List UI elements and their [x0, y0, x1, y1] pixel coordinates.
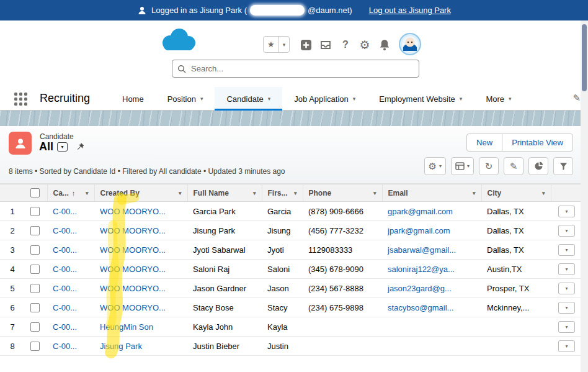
favorites-button[interactable]: ★ ▾ [263, 36, 290, 53]
scrollbar-thumb[interactable] [582, 24, 587, 91]
header-full-name[interactable]: Full Name ▾ [187, 184, 262, 202]
cell-checkbox [25, 317, 47, 337]
cell-candidate-id-link[interactable]: C-00... [53, 265, 77, 274]
help-icon[interactable]: ? [338, 37, 353, 52]
cell-candidate-id-link[interactable]: C-00... [53, 342, 77, 351]
cell-candidate-id-link[interactable]: C-00... [53, 245, 77, 255]
cell-actions: ▾ [551, 221, 581, 240]
row-actions-button[interactable]: ▾ [558, 302, 575, 314]
setup-gear-icon[interactable]: ⚙ [357, 37, 372, 52]
chevron-down-icon[interactable]: ▾ [86, 190, 89, 196]
cell-rownum: 7 [0, 317, 25, 337]
refresh-button[interactable]: ↻ [479, 157, 499, 175]
chevron-down-icon[interactable]: ▾ [542, 190, 545, 196]
chevron-down-icon[interactable]: ▾ [460, 96, 463, 102]
row-checkbox[interactable] [30, 226, 40, 235]
list-settings-button[interactable]: ⚙ ▾ [424, 157, 446, 175]
header-city[interactable]: City ▾ [481, 184, 551, 202]
row-actions-button[interactable]: ▾ [558, 283, 575, 294]
charts-button[interactable] [528, 157, 548, 175]
chevron-down-icon[interactable]: ▾ [253, 190, 256, 196]
row-actions-button[interactable]: ▾ [558, 321, 575, 333]
cell-candidate-id-link[interactable]: C-00... [53, 284, 77, 293]
cell-email-link[interactable]: gpark@gmail.com [388, 207, 453, 216]
chevron-down-icon[interactable]: ▾ [268, 96, 271, 102]
cell-candidate-id-link[interactable]: C-00... [53, 303, 77, 312]
row-checkbox[interactable] [30, 265, 40, 274]
select-all-checkbox[interactable] [30, 188, 40, 197]
cell-candidate-id-link[interactable]: C-00... [53, 322, 77, 332]
tab-position[interactable]: Position ▾ [156, 87, 215, 111]
chevron-down-icon[interactable]: ▾ [353, 96, 356, 102]
table-row: 8C-00...Jisung ParkJustin BieberJustin▾ [0, 337, 581, 356]
cell-email-link[interactable]: stacybso@gmail... [388, 303, 453, 312]
row-actions-button[interactable]: ▾ [558, 263, 575, 275]
pin-icon[interactable] [76, 142, 84, 152]
global-search[interactable] [172, 60, 419, 78]
cell-created-by: WOO MOORYO... [94, 279, 187, 298]
header-email[interactable]: Email ▾ [382, 184, 481, 202]
tab-home[interactable]: Home [110, 87, 156, 111]
chevron-down-icon: ▾ [467, 163, 470, 169]
row-actions-button[interactable]: ▾ [558, 244, 575, 256]
header-phone[interactable]: Phone ▾ [303, 184, 382, 202]
cell-city: Austin,TX [481, 260, 551, 279]
favorites-chevron-icon[interactable]: ▾ [278, 37, 290, 52]
cell-email-link[interactable]: jsabarwal@gmail... [388, 245, 456, 255]
cell-created-by-link[interactable]: WOO MOORYO... [100, 207, 166, 216]
row-actions-button[interactable]: ▾ [558, 206, 575, 217]
row-actions-button[interactable]: ▾ [558, 225, 575, 237]
user-avatar[interactable] [399, 33, 421, 55]
guidance-center-icon[interactable] [318, 37, 333, 52]
printable-view-button[interactable]: Printable View [502, 134, 573, 152]
cell-created-by-link[interactable]: WOO MOORYO... [100, 226, 166, 235]
edit-nav-pencil-icon[interactable]: ✎ [572, 93, 581, 104]
cell-created-by-link[interactable]: WOO MOORYO... [100, 303, 166, 312]
filter-button[interactable] [553, 157, 573, 175]
header-first-name[interactable]: Firs... ▾ [262, 184, 303, 202]
search-input[interactable] [190, 63, 414, 74]
tab-more[interactable]: More ▾ [474, 87, 523, 111]
cell-created-by-link[interactable]: WOO MOORYO... [100, 284, 166, 293]
app-launcher-icon[interactable] [13, 91, 28, 106]
logout-link[interactable]: Log out as Jisung Park [369, 6, 451, 15]
header-created-by[interactable]: Created By ▾ [94, 184, 187, 202]
display-as-button[interactable]: ▾ [451, 157, 474, 175]
cell-email-link[interactable]: saloniraj122@ya... [388, 265, 455, 274]
inline-edit-button[interactable]: ✎ [504, 157, 523, 175]
header-candidate-id[interactable]: Ca... ↑ ▾ [47, 184, 94, 202]
chevron-down-icon[interactable]: ▾ [294, 190, 297, 196]
cell-candidate-id-link[interactable]: C-00... [53, 226, 77, 235]
row-checkbox[interactable] [30, 322, 40, 332]
chevron-down-icon[interactable]: ▾ [473, 190, 476, 196]
cell-created-by-link[interactable]: WOO MOORYO... [100, 265, 166, 274]
row-checkbox[interactable] [30, 245, 40, 255]
cell-email-link[interactable]: jpark@gmail.com [388, 226, 450, 235]
tab-job-application[interactable]: Job Application ▾ [282, 87, 367, 111]
table-row: 7C-00...HeungMin SonKayla JohnKayla▾ [0, 317, 581, 337]
chevron-down-icon[interactable]: ▾ [200, 96, 203, 102]
cell-candidate-id-link[interactable]: C-00... [53, 207, 77, 216]
vertical-scrollbar[interactable] [581, 20, 588, 372]
list-view-selector-icon[interactable]: ▼ [57, 142, 68, 152]
star-icon[interactable]: ★ [264, 37, 278, 52]
cell-checkbox [25, 260, 47, 279]
notifications-bell-icon[interactable] [377, 37, 392, 52]
global-actions-icon[interactable] [298, 37, 313, 52]
cell-email-link[interactable]: jason23gard@g... [388, 284, 452, 293]
tab-candidate[interactable]: Candidate ▾ [215, 87, 282, 111]
row-checkbox[interactable] [30, 303, 40, 312]
chevron-down-icon[interactable]: ▾ [373, 190, 376, 196]
row-checkbox[interactable] [30, 207, 40, 216]
row-actions-button[interactable]: ▾ [558, 340, 575, 352]
row-checkbox[interactable] [30, 284, 40, 293]
cell-created-by-link[interactable]: HeungMin Son [100, 322, 153, 332]
new-button[interactable]: New [466, 134, 502, 152]
cell-created-by-link[interactable]: Jisung Park [100, 342, 142, 351]
chevron-down-icon[interactable]: ▾ [509, 96, 512, 102]
chevron-down-icon[interactable]: ▾ [179, 190, 182, 196]
tab-employment-website[interactable]: Employment Website ▾ [367, 87, 474, 111]
row-checkbox[interactable] [30, 342, 40, 351]
cell-created-by-link[interactable]: WOO MOORYO... [100, 245, 166, 255]
cell-candidate-id: C-00... [47, 221, 94, 240]
